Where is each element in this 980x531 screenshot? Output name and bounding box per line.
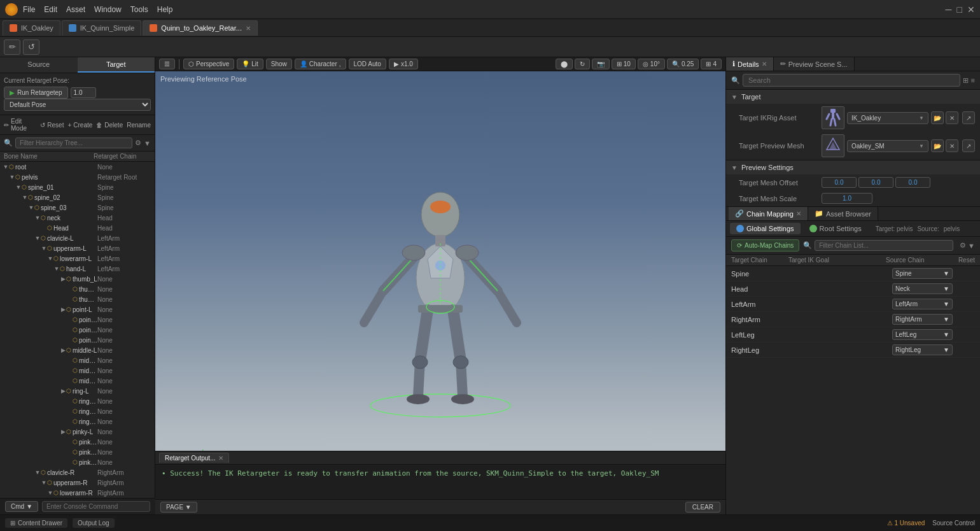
mesh-edit-btn[interactable]: ↗	[962, 139, 975, 152]
tab-ik-quinn[interactable]: IK_Quinn_Simple	[62, 20, 142, 36]
tab-quinn-to-oakley[interactable]: Quinn_to_Oakley_Retar... ✕	[143, 20, 258, 36]
tool-edit-btn[interactable]: ✏	[4, 39, 20, 55]
list-item[interactable]: ▼ ⬡ spine_03 Spine	[0, 202, 155, 213]
tab-details[interactable]: ℹ Details ✕	[726, 57, 774, 71]
tab-asset-browser[interactable]: 📁 Asset Browser	[808, 207, 878, 220]
tab-global-settings[interactable]: Global Settings	[730, 223, 801, 234]
play-btn[interactable]: ▶ x1.0	[389, 59, 418, 69]
filter-toggle-icon[interactable]: ▼	[144, 139, 151, 147]
expand-icon[interactable]: ▼	[41, 479, 47, 486]
details-close-btn[interactable]: ✕	[762, 60, 767, 67]
expand-icon[interactable]: ▼	[28, 204, 34, 211]
list-item[interactable]: ▶ ⬡ pinky-L None	[0, 427, 155, 437]
list-item[interactable]: ▼ ⬡ spine_02 Spine	[0, 192, 155, 202]
list-item[interactable]: ▼ ⬡ clavicle-L LeftArm	[0, 233, 155, 243]
expand-icon[interactable]: ▼	[34, 235, 41, 241]
tab-close-retarget[interactable]: ✕	[246, 25, 251, 32]
ik-rig-edit-btn[interactable]: ↗	[962, 111, 975, 124]
list-item[interactable]: ⬡ Head Head	[0, 223, 155, 233]
chain-source-leftarm[interactable]: LeftArm ▼	[892, 299, 953, 309]
expand-icon[interactable]: ▶	[60, 306, 66, 313]
close-button[interactable]: ✕	[967, 4, 975, 15]
lod-btn[interactable]: LOD Auto	[349, 59, 386, 69]
tab-target[interactable]: Target	[78, 57, 155, 73]
list-item[interactable]: ▶ ⬡ point-L None	[0, 304, 155, 315]
screens-btn[interactable]: ⊞ 4	[701, 59, 722, 69]
chain-source-head[interactable]: Neck ▼	[892, 283, 953, 294]
pose-value-input[interactable]	[71, 87, 96, 98]
maximize-button[interactable]: □	[957, 4, 962, 15]
list-item[interactable]: ⬡ middle_01-L None	[0, 355, 155, 365]
list-item[interactable]: ▼ ⬡ upperarm-L LeftArm	[0, 243, 155, 253]
details-search-input[interactable]	[743, 74, 960, 87]
expand-icon[interactable]: ▶	[60, 347, 66, 353]
list-item[interactable]: ▶ ⬡ ring-L None	[0, 386, 155, 396]
viewport-menu-btn[interactable]: ☰	[159, 59, 175, 69]
rename-btn[interactable]: Rename	[127, 122, 151, 129]
expand-icon[interactable]: ▼	[22, 194, 28, 201]
target-section-header[interactable]: ▼ Target	[726, 90, 980, 104]
edit-mode-btn[interactable]: ✏ Edit Mode	[4, 118, 36, 132]
list-item[interactable]: ⬡ pinky_01-L None	[0, 437, 155, 447]
list-item[interactable]: ⬡ ring_01-L None	[0, 396, 155, 406]
offset-z-input[interactable]	[895, 177, 930, 188]
character-btn[interactable]: 👤 Character ,	[295, 59, 346, 69]
tab-source[interactable]: Source	[0, 57, 78, 73]
list-item[interactable]: ▼ ⬡ upperarm-R RightArm	[0, 478, 155, 488]
expand-icon[interactable]: ▼	[47, 255, 53, 262]
ik-rig-clear-btn[interactable]: ✕	[946, 111, 958, 124]
menu-help[interactable]: Help	[157, 5, 173, 14]
tab-preview-scene[interactable]: ✏ Preview Scene S...	[774, 57, 855, 71]
chain-settings-btn[interactable]: ⚙ ▼	[960, 241, 975, 250]
details-filter-btn[interactable]: ≡	[971, 76, 975, 84]
menu-window[interactable]: Window	[94, 5, 122, 14]
list-item[interactable]: ⬡ pinky_02-L None	[0, 447, 155, 457]
list-item[interactable]: ▼ ⬡ neck Head	[0, 213, 155, 223]
chain-source-rightleg[interactable]: RightLeg ▼	[892, 344, 953, 355]
output-log-btn[interactable]: Output Log	[73, 518, 114, 528]
details-view-toggle[interactable]: ⊞	[963, 76, 969, 85]
offset-x-input[interactable]	[822, 177, 857, 188]
list-item[interactable]: ▶ ⬡ middle-L None	[0, 345, 155, 355]
list-item[interactable]: ▼ ⬡ hand-L LeftArm	[0, 264, 155, 274]
source-control-label[interactable]: Source Control	[932, 520, 975, 527]
tab-ik-oakley[interactable]: IK_Oakley	[3, 20, 60, 36]
reset-btn[interactable]: ↺ Reset	[40, 122, 64, 129]
minimize-button[interactable]: ─	[946, 4, 952, 15]
expand-icon[interactable]: ▼	[3, 164, 9, 170]
expand-icon[interactable]: ▼	[34, 469, 41, 476]
angle-btn[interactable]: ◎ 10°	[638, 59, 665, 69]
scale-input[interactable]	[822, 193, 872, 204]
list-item[interactable]: ⬡ ring_02-L None	[0, 406, 155, 416]
camera-btn[interactable]: 📷	[592, 59, 610, 69]
list-item[interactable]: ⬡ point_03-L None	[0, 335, 155, 345]
tab-retarget-output[interactable]: Retarget Output... ✕	[159, 453, 229, 463]
mesh-clear-btn[interactable]: ✕	[946, 139, 958, 152]
chain-source-spine[interactable]: Spine ▼	[892, 268, 953, 279]
filter-settings-icon[interactable]: ⚙	[135, 139, 141, 147]
tab-root-settings[interactable]: Root Settings	[803, 223, 868, 234]
clear-output-btn[interactable]: CLEAR	[685, 502, 720, 513]
list-item[interactable]: ▼ ⬡ pelvis Retarget Root	[0, 172, 155, 182]
list-item[interactable]: ▼ ⬡ spine_01 Spine	[0, 182, 155, 192]
create-btn[interactable]: + Create	[67, 122, 92, 129]
offset-y-input[interactable]	[858, 177, 893, 188]
list-item[interactable]: ▼ ⬡ lowerarm-R RightArm	[0, 488, 155, 498]
tab-chain-mapping[interactable]: 🔗 Chain Mapping ✕	[729, 207, 808, 220]
console-input[interactable]	[42, 501, 150, 512]
menu-edit[interactable]: Edit	[44, 5, 57, 14]
output-close-btn[interactable]: ✕	[218, 455, 223, 462]
list-item[interactable]: ⬡ thumb_02-L None	[0, 294, 155, 304]
show-btn[interactable]: Show	[266, 59, 292, 69]
move-btn[interactable]: ⬤	[556, 59, 573, 69]
expand-icon[interactable]: ▼	[53, 266, 60, 272]
content-drawer-btn[interactable]: ⊞ Content Drawer	[5, 518, 67, 528]
chain-source-leftleg[interactable]: LeftLeg ▼	[892, 329, 953, 340]
chain-source-rightarm[interactable]: RightArm ▼	[892, 314, 953, 325]
list-item[interactable]: ▼ ⬡ root None	[0, 162, 155, 172]
list-item[interactable]: ⬡ point_01-L None	[0, 315, 155, 325]
list-item[interactable]: ⬡ pinky_03-L None	[0, 457, 155, 467]
page-select[interactable]: PAGE ▼	[160, 502, 197, 513]
lit-btn[interactable]: 💡 Lit	[237, 59, 263, 69]
tool-refresh-btn[interactable]: ↺	[23, 39, 39, 55]
